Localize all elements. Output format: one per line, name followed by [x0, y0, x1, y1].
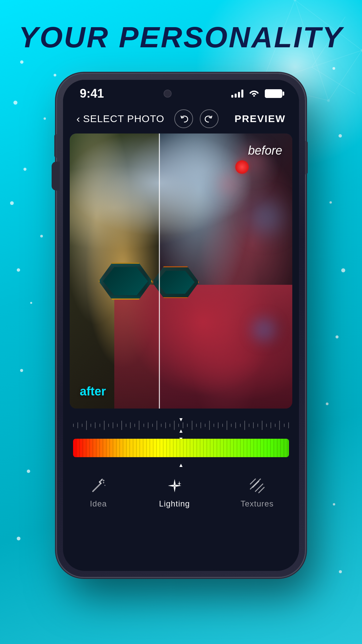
back-chevron-icon: ‹ [76, 113, 80, 125]
phone-wrapper: 9:41 [57, 74, 305, 577]
camera-notch [164, 90, 172, 98]
slider-section: ▼ ▲ ▼ ▲ [63, 409, 299, 469]
toolbar-item-textures[interactable]: Textures [241, 476, 274, 508]
svg-line-20 [250, 479, 255, 484]
battery-icon [265, 89, 282, 98]
slider-bottom-pointer: ▲ [178, 428, 184, 434]
wifi-icon [249, 88, 259, 99]
status-icons [231, 88, 282, 99]
comparison-dot[interactable] [235, 160, 249, 174]
redo-button[interactable] [200, 109, 219, 128]
undo-button[interactable] [174, 109, 193, 128]
toolbar-item-idea[interactable]: ✦ Idea [88, 476, 109, 508]
phone-frame: 9:41 [57, 74, 305, 577]
svg-text:✦: ✦ [102, 478, 105, 483]
status-bar: 9:41 [63, 80, 299, 104]
slider-top-pointer: ▼ [178, 417, 184, 423]
svg-line-7 [312, 67, 355, 94]
spectrum-lines [73, 439, 289, 457]
split-line[interactable] [159, 133, 160, 409]
bottom-toolbar: ✦ Idea [63, 469, 299, 522]
spectrum-bar [73, 439, 289, 457]
svg-line-1 [328, 50, 362, 101]
bokeh-4 [252, 318, 276, 341]
photo-background: before after [70, 133, 292, 409]
wand-icon: ✦ [88, 476, 109, 496]
tick-slider[interactable]: ▼ ▲ [70, 415, 292, 435]
svg-line-23 [259, 487, 264, 493]
svg-line-13 [93, 483, 101, 491]
svg-point-17 [104, 485, 105, 486]
svg-point-8 [294, 0, 296, 1]
toolbar-item-lighting[interactable]: Lighting [159, 476, 190, 508]
spectrum-bottom-pointer: ▲ [178, 462, 184, 468]
texture-icon [247, 476, 267, 496]
bokeh-2 [219, 174, 239, 194]
nav-actions [174, 109, 219, 128]
idea-label: Idea [90, 499, 107, 508]
lighting-label: Lighting [159, 499, 190, 508]
before-label: before [248, 144, 282, 158]
back-label: SELECT PHOTO [83, 113, 165, 124]
sparkle-icon [165, 476, 185, 496]
textures-label: Textures [241, 499, 274, 508]
main-title: YOUR PERSONALITY [0, 20, 362, 54]
back-button[interactable]: ‹ SELECT PHOTO [76, 113, 164, 125]
status-time: 9:41 [80, 87, 104, 101]
svg-point-12 [253, 95, 255, 97]
phone-screen: 9:41 [63, 80, 299, 571]
svg-point-10 [327, 99, 330, 102]
nav-bar: ‹ SELECT PHOTO [63, 104, 299, 133]
photo-area: before after [70, 133, 292, 409]
preview-button[interactable]: PREVIEW [235, 113, 286, 124]
color-slider[interactable]: ▼ ▲ [70, 439, 292, 466]
after-label: after [80, 384, 106, 398]
bokeh-3 [249, 201, 282, 234]
signal-icon [231, 90, 243, 98]
goggle-left [99, 263, 152, 300]
